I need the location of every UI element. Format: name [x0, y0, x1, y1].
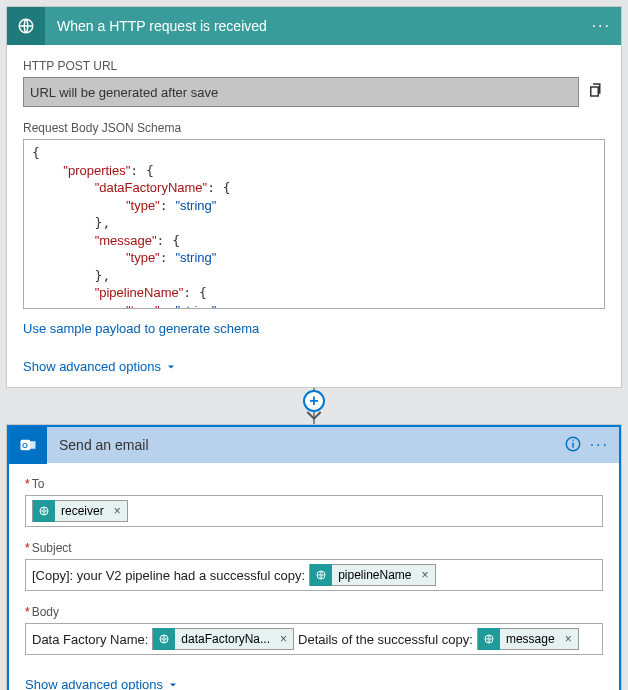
to-field[interactable]: receiver ×	[25, 495, 603, 527]
dynamic-content-icon	[310, 564, 332, 586]
url-label: HTTP POST URL	[23, 59, 605, 73]
body-text2: Details of the successful copy:	[298, 632, 473, 647]
dynamic-content-icon	[153, 628, 175, 650]
token-remove-icon[interactable]: ×	[418, 568, 433, 582]
url-field: URL will be generated after save	[23, 77, 579, 107]
subject-text: [Copy]: your V2 pipeline had a successfu…	[32, 568, 305, 583]
http-request-icon	[7, 7, 45, 45]
body-label: *Body	[25, 605, 603, 619]
trigger-advanced-label: Show advanced options	[23, 359, 161, 374]
action-menu-icon[interactable]: ···	[590, 436, 609, 454]
action-header[interactable]: O Send an email ···	[7, 425, 621, 463]
action-advanced-label: Show advanced options	[25, 677, 163, 690]
info-icon[interactable]	[564, 435, 582, 456]
token-datafactoryname[interactable]: dataFactoryNa... ×	[152, 628, 294, 650]
chevron-down-icon	[165, 361, 177, 373]
token-remove-icon[interactable]: ×	[110, 504, 125, 518]
outlook-icon: O	[9, 426, 47, 464]
chevron-down-icon	[167, 679, 179, 691]
url-placeholder-text: URL will be generated after save	[30, 85, 218, 100]
token-receiver[interactable]: receiver ×	[32, 500, 128, 522]
dynamic-content-icon	[478, 628, 500, 650]
svg-rect-3	[30, 441, 36, 449]
trigger-body: HTTP POST URL URL will be generated afte…	[7, 45, 621, 387]
trigger-title: When a HTTP request is received	[45, 18, 592, 34]
schema-label: Request Body JSON Schema	[23, 121, 605, 135]
trigger-header[interactable]: When a HTTP request is received ···	[7, 7, 621, 45]
token-label: dataFactoryNa...	[181, 632, 270, 646]
trigger-advanced-toggle[interactable]: Show advanced options	[23, 359, 177, 374]
token-label: message	[506, 632, 555, 646]
token-remove-icon[interactable]: ×	[561, 632, 576, 646]
svg-point-6	[572, 439, 574, 441]
svg-text:O: O	[22, 441, 28, 450]
schema-textarea[interactable]: { "properties": { "dataFactoryName": { "…	[23, 139, 605, 309]
action-body: *To receiver × *Subject [Copy]: your V2 …	[7, 463, 621, 690]
token-message[interactable]: message ×	[477, 628, 579, 650]
body-text1: Data Factory Name:	[32, 632, 148, 647]
token-label: pipelineName	[338, 568, 411, 582]
trigger-menu-icon[interactable]: ···	[592, 17, 611, 35]
sample-payload-link[interactable]: Use sample payload to generate schema	[23, 321, 259, 336]
subject-label: *Subject	[25, 541, 603, 555]
trigger-card: When a HTTP request is received ··· HTTP…	[6, 6, 622, 388]
to-label: *To	[25, 477, 603, 491]
token-label: receiver	[61, 504, 104, 518]
subject-field[interactable]: [Copy]: your V2 pipeline had a successfu…	[25, 559, 603, 591]
action-title: Send an email	[47, 437, 564, 453]
action-card: O Send an email ··· *To receiver × *Subj…	[6, 424, 622, 690]
dynamic-content-icon	[33, 500, 55, 522]
arrow-down-icon	[306, 408, 322, 426]
token-remove-icon[interactable]: ×	[276, 632, 291, 646]
action-advanced-toggle[interactable]: Show advanced options	[25, 677, 179, 690]
body-field[interactable]: Data Factory Name: dataFactoryNa... × De…	[25, 623, 603, 655]
token-pipelinename[interactable]: pipelineName ×	[309, 564, 435, 586]
flow-connector: +	[6, 388, 622, 424]
copy-url-button[interactable]	[587, 81, 605, 103]
